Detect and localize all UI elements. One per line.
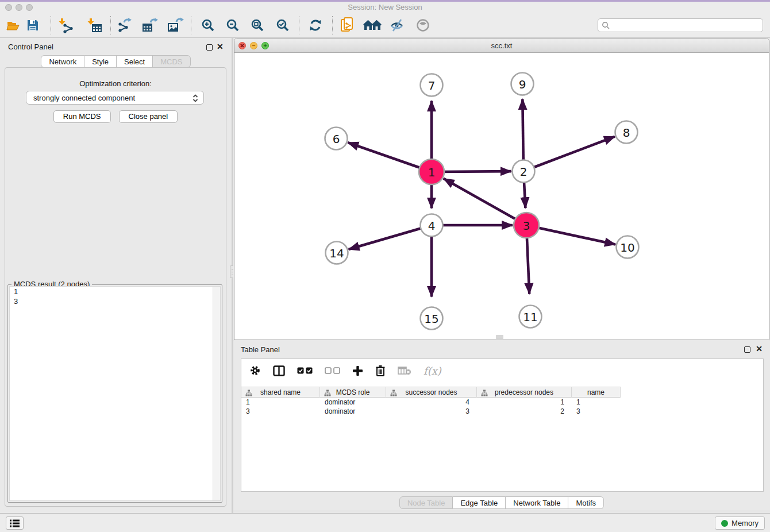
- task-history-button[interactable]: [6, 516, 24, 530]
- column-header-predecessor-nodes[interactable]: predecessor nodes: [477, 387, 572, 398]
- network-canvas[interactable]: 7968124314101511: [234, 53, 769, 340]
- import-network-icon: [58, 17, 74, 33]
- column-header-name[interactable]: name: [572, 387, 621, 398]
- graph-node-label: 7: [428, 79, 436, 92]
- zoom-selected-button[interactable]: [273, 17, 292, 34]
- graph-node-label: 3: [523, 219, 530, 233]
- search-field[interactable]: [598, 18, 763, 32]
- memory-status-dot: [721, 520, 728, 527]
- table-cell[interactable]: 3: [386, 407, 477, 416]
- graph-node-label: 11: [523, 310, 537, 324]
- import-table-button[interactable]: [85, 17, 105, 34]
- mcds-result-list[interactable]: 1 3: [9, 286, 221, 501]
- network-window-title: scc.txt: [234, 41, 769, 50]
- column-header-successor-nodes[interactable]: successor nodes: [386, 387, 477, 398]
- settings-gear-button[interactable]: [249, 364, 261, 377]
- tab-style[interactable]: Style: [84, 55, 117, 68]
- export-network-icon: [117, 17, 133, 33]
- network-window-titlebar[interactable]: ✕ – + scc.txt: [234, 38, 769, 53]
- table-cell[interactable]: 4: [386, 398, 477, 407]
- toolbar-separator: [110, 16, 111, 34]
- save-session-button[interactable]: [23, 17, 43, 34]
- column-visibility-button[interactable]: [273, 364, 285, 377]
- tab-edge-table[interactable]: Edge Table: [453, 496, 506, 509]
- toolbar-separator: [191, 16, 191, 34]
- table-cell[interactable]: 3: [572, 407, 621, 416]
- close-table-panel-icon[interactable]: ✕: [756, 344, 763, 353]
- hide-selected-button[interactable]: [387, 17, 407, 34]
- column-header-mcds-role[interactable]: MCDS role: [320, 387, 386, 398]
- export-image-icon: [167, 17, 184, 33]
- open-folder-icon: [6, 18, 21, 33]
- graph-node-label: 6: [333, 132, 340, 146]
- table-cell[interactable]: 3: [241, 407, 320, 416]
- tab-select[interactable]: Select: [117, 55, 153, 68]
- table-cell[interactable]: 2: [477, 407, 572, 416]
- tab-motifs[interactable]: Motifs: [568, 496, 604, 509]
- graph-edge-4-14[interactable]: [349, 225, 432, 249]
- table-row[interactable]: 3dominator323: [241, 407, 763, 416]
- main-toolbar: [0, 13, 770, 38]
- export-table-button[interactable]: [140, 17, 160, 34]
- result-scrollbar[interactable]: [213, 287, 220, 500]
- zoom-fit-button[interactable]: [248, 17, 267, 34]
- mcds-result-item[interactable]: 3: [10, 296, 220, 306]
- main-area: Control Panel ✕ NetworkStyleSelectMCDS O…: [0, 38, 770, 513]
- open-file-button[interactable]: [3, 17, 23, 34]
- add-row-button[interactable]: [352, 364, 363, 377]
- zoom-selected-icon: [275, 18, 290, 33]
- control-panel-header: Control Panel ✕: [0, 40, 232, 54]
- tab-mcds[interactable]: MCDS: [153, 55, 190, 68]
- column-header-shared-name[interactable]: shared name: [241, 387, 320, 398]
- table-cell[interactable]: 1: [477, 398, 572, 407]
- close-panel-icon[interactable]: ✕: [217, 42, 224, 51]
- graph-edge-3-10[interactable]: [526, 225, 615, 244]
- export-network-button[interactable]: [115, 17, 134, 34]
- close-panel-button[interactable]: Close panel: [119, 110, 178, 123]
- import-table-icon: [87, 17, 103, 33]
- optimization-criterion-dropdown[interactable]: strongly connected component: [26, 91, 204, 105]
- table-cell[interactable]: 1: [572, 398, 621, 407]
- tab-network-table[interactable]: Network Table: [506, 496, 568, 509]
- table-toolbar: f(x): [241, 359, 763, 382]
- import-network-button[interactable]: [56, 17, 76, 34]
- graph-edge-3-1[interactable]: [444, 179, 526, 225]
- zoom-fit-icon: [250, 18, 265, 33]
- export-image-button[interactable]: [165, 17, 185, 34]
- zoom-out-icon: [225, 18, 240, 33]
- graph-edge-2-8[interactable]: [523, 137, 615, 171]
- memory-button[interactable]: Memory: [715, 516, 765, 530]
- mcds-result-item[interactable]: 1: [10, 287, 220, 296]
- tab-network[interactable]: Network: [41, 55, 84, 68]
- first-neighbors-button[interactable]: [363, 17, 382, 34]
- gear-icon: [249, 365, 261, 376]
- float-table-panel-icon[interactable]: [744, 346, 750, 353]
- splitter-handle[interactable]: [496, 335, 503, 339]
- search-input[interactable]: [610, 20, 763, 31]
- refresh-layout-button[interactable]: [306, 17, 325, 34]
- table-row[interactable]: 1dominator411: [241, 398, 763, 407]
- zoom-in-button[interactable]: [198, 17, 218, 34]
- float-panel-icon[interactable]: [206, 44, 213, 51]
- mcds-buttons-row: Run MCDS Close panel: [5, 110, 226, 123]
- plus-icon: [352, 365, 363, 376]
- table-panel: Table Panel ✕: [233, 341, 770, 510]
- table-cell[interactable]: 1: [241, 398, 320, 407]
- network-window: ✕ – + scc.txt 7968124314101511: [234, 38, 769, 340]
- table-panel-title: Table Panel: [241, 345, 280, 354]
- dropdown-value: strongly connected component: [33, 94, 135, 102]
- table-cell[interactable]: dominator: [320, 398, 386, 407]
- select-all-button[interactable]: [297, 364, 313, 377]
- deselect-all-button[interactable]: [325, 364, 340, 377]
- graph-node-label: 9: [519, 78, 526, 91]
- graph-node-label: 1: [428, 165, 436, 179]
- table-cell[interactable]: dominator: [320, 407, 386, 416]
- toolbar-separator: [332, 16, 333, 34]
- control-panel-title: Control Panel: [8, 43, 53, 51]
- clone-network-button[interactable]: [338, 17, 357, 34]
- zoom-out-button[interactable]: [223, 17, 242, 34]
- run-mcds-button[interactable]: Run MCDS: [53, 110, 111, 123]
- show-all-button[interactable]: [413, 17, 433, 34]
- tab-node-table[interactable]: Node Table: [399, 496, 453, 509]
- delete-row-button[interactable]: [375, 364, 386, 377]
